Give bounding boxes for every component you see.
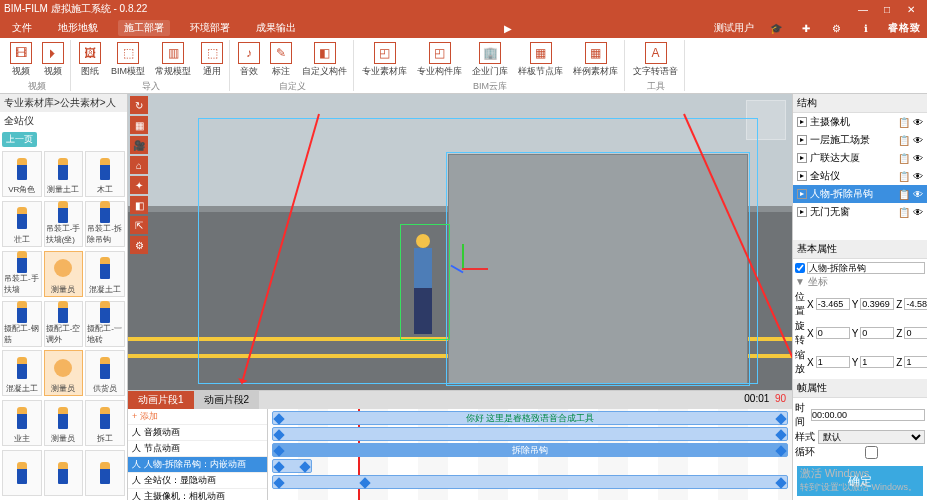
asset-item[interactable]: 测量员 bbox=[44, 350, 84, 396]
rot-y[interactable] bbox=[860, 327, 894, 339]
asset-item[interactable]: 吊装工-手扶墙(坐) bbox=[44, 201, 84, 247]
ribbon-企业门库[interactable]: 🏢企业门库 bbox=[470, 40, 510, 80]
asset-item[interactable]: 供货员 bbox=[85, 350, 125, 396]
hierarchy-node[interactable]: ▸一层施工场景📋 👁 bbox=[793, 131, 927, 149]
right-panel: 结构 ▸主摄像机📋 👁▸一层施工场景📋 👁▸广联达大厦📋 👁▸全站仪📋 👁▸人物… bbox=[792, 94, 927, 500]
timeline-row[interactable]: 人音频动画 bbox=[128, 425, 267, 441]
hierarchy-node[interactable]: ▸无门无窗📋 👁 bbox=[793, 203, 927, 221]
asset-item[interactable]: 吊装工-手扶墙 bbox=[2, 251, 42, 297]
asset-item[interactable]: 测量员 bbox=[44, 400, 84, 446]
timeline-row[interactable]: 人人物-拆除吊钩：内嵌动画 bbox=[128, 457, 267, 473]
menu-file[interactable]: 文件 bbox=[6, 20, 38, 36]
asset-item[interactable]: 混凝土工 bbox=[2, 350, 42, 396]
hierarchy-node[interactable]: ▸主摄像机📋 👁 bbox=[793, 113, 927, 131]
coord-reset[interactable]: ▼ 坐标 bbox=[795, 275, 925, 289]
confirm-button[interactable]: 确定 bbox=[797, 466, 923, 496]
viewport-tool[interactable]: ✦ bbox=[130, 176, 148, 194]
menu-output[interactable]: 成果输出 bbox=[250, 20, 302, 36]
viewport[interactable] bbox=[128, 94, 792, 390]
ribbon-专业素材库[interactable]: ◰专业素材库 bbox=[360, 40, 409, 80]
graduate-icon[interactable]: 🎓 bbox=[768, 21, 784, 35]
ribbon-通用[interactable]: ⬚通用 bbox=[199, 40, 225, 80]
timeline-row[interactable]: 人全站仪：显隐动画 bbox=[128, 473, 267, 489]
ribbon-常规模型[interactable]: ▥常规模型 bbox=[153, 40, 193, 80]
menu-environment[interactable]: 环境部署 bbox=[184, 20, 236, 36]
viewport-tool[interactable]: ⌂ bbox=[130, 156, 148, 174]
menu-terrain[interactable]: 地形地貌 bbox=[52, 20, 104, 36]
asset-grid: VR角色测量土工木工壮工吊装工-手扶墙(坐)吊装工-拆除吊钩吊装工-手扶墙测量员… bbox=[0, 149, 127, 500]
hierarchy-node[interactable]: ▸人物-拆除吊钩📋 👁 bbox=[793, 185, 927, 203]
plus-icon[interactable]: ✚ bbox=[798, 21, 814, 35]
menu-bar: 文件 地形地貌 施工部署 环境部署 成果输出 ▶ 测试用户 🎓 ✚ ⚙ ℹ 睿格… bbox=[0, 18, 927, 38]
ribbon-视频[interactable]: 🎞视频 bbox=[8, 40, 34, 80]
asset-item[interactable]: 测量员 bbox=[44, 251, 84, 297]
asset-item[interactable] bbox=[85, 450, 125, 496]
settings-icon[interactable]: ⚙ bbox=[828, 21, 844, 35]
asset-item[interactable]: 业主 bbox=[2, 400, 42, 446]
pos-y[interactable] bbox=[860, 298, 894, 310]
info-icon[interactable]: ℹ bbox=[858, 21, 874, 35]
asset-item[interactable]: 吊装工-拆除吊钩 bbox=[85, 201, 125, 247]
timeline-add[interactable]: + 添加 bbox=[132, 410, 158, 423]
frameprops-title: 帧属性 bbox=[793, 379, 927, 398]
asset-item[interactable]: 摄配工-钢筋 bbox=[2, 301, 42, 347]
viewport-tool[interactable]: ↻ bbox=[130, 96, 148, 114]
timeline-row[interactable]: 人主摄像机：相机动画 bbox=[128, 489, 267, 500]
user-label[interactable]: 测试用户 bbox=[714, 21, 754, 35]
asset-item[interactable] bbox=[2, 450, 42, 496]
timeline-row[interactable]: 人节点动画 bbox=[128, 441, 267, 457]
ribbon-图纸[interactable]: 🖼图纸 bbox=[77, 40, 103, 80]
asset-item[interactable]: 木工 bbox=[85, 151, 125, 197]
viewport-tool[interactable]: ⇱ bbox=[130, 216, 148, 234]
timeline-tab-2[interactable]: 动画片段2 bbox=[194, 391, 260, 409]
ribbon-样板节点库[interactable]: ▦样板节点库 bbox=[516, 40, 565, 80]
ribbon-文字转语音[interactable]: A文字转语音 bbox=[631, 40, 680, 80]
viewport-tool[interactable]: ▦ bbox=[130, 116, 148, 134]
move-gizmo[interactable] bbox=[438, 244, 488, 294]
ribbon-自定义构件[interactable]: ◧自定义构件 bbox=[300, 40, 349, 80]
pos-z[interactable] bbox=[904, 298, 927, 310]
ribbon-BIM模型[interactable]: ⬚BIM模型 bbox=[109, 40, 147, 80]
viewport-tool[interactable]: 🎥 bbox=[130, 136, 148, 154]
frame-style[interactable]: 默认 bbox=[818, 430, 925, 444]
asset-item[interactable]: 摄配工-空调外 bbox=[44, 301, 84, 347]
asset-item[interactable] bbox=[44, 450, 84, 496]
assets-back[interactable]: 上一页 bbox=[2, 132, 37, 147]
asset-item[interactable]: VR角色 bbox=[2, 151, 42, 197]
assets-filter[interactable]: 全站仪 bbox=[0, 112, 127, 130]
ribbon-专业构件库[interactable]: ◰专业构件库 bbox=[415, 40, 464, 80]
asset-item[interactable]: 测量土工 bbox=[44, 151, 84, 197]
frame-loop[interactable] bbox=[818, 446, 925, 459]
asset-item[interactable]: 拆工 bbox=[85, 400, 125, 446]
frame-time[interactable] bbox=[811, 409, 925, 421]
rot-z[interactable] bbox=[904, 327, 927, 339]
play-button[interactable]: ▶ bbox=[497, 21, 519, 35]
rot-x[interactable] bbox=[816, 327, 850, 339]
viewport-tool[interactable]: ⚙ bbox=[130, 236, 148, 254]
ribbon-视频[interactable]: ⏵视频 bbox=[40, 40, 66, 80]
asset-item[interactable]: 混凝土工 bbox=[85, 251, 125, 297]
hierarchy-node[interactable]: ▸广联达大厦📋 👁 bbox=[793, 149, 927, 167]
scl-y[interactable] bbox=[860, 356, 894, 368]
pos-x[interactable] bbox=[816, 298, 850, 310]
min-button[interactable]: — bbox=[851, 4, 875, 15]
name-field[interactable] bbox=[807, 262, 925, 274]
ribbon-标注[interactable]: ✎标注 bbox=[268, 40, 294, 80]
scl-x[interactable] bbox=[816, 356, 850, 368]
scl-z[interactable] bbox=[904, 356, 927, 368]
max-button[interactable]: □ bbox=[875, 4, 899, 15]
menu-construct[interactable]: 施工部署 bbox=[118, 20, 170, 36]
assets-breadcrumb[interactable]: 专业素材库>公共素材>人 bbox=[0, 94, 127, 112]
ribbon-样例素材库[interactable]: ▦样例素材库 bbox=[571, 40, 620, 80]
viewport-tool[interactable]: ◧ bbox=[130, 196, 148, 214]
close-button[interactable]: ✕ bbox=[899, 4, 923, 15]
hierarchy-node[interactable]: ▸全站仪📋 👁 bbox=[793, 167, 927, 185]
timeline-tab-1[interactable]: 动画片段1 bbox=[128, 391, 194, 409]
ribbon-音效[interactable]: ♪音效 bbox=[236, 40, 262, 80]
timeline-tabs: 动画片段1 动画片段2 00:01 90 bbox=[128, 391, 792, 409]
name-visible-checkbox[interactable] bbox=[795, 263, 805, 273]
window-title: BIM-FILM 虚拟施工系统 - 0.8.22 bbox=[4, 2, 851, 16]
asset-item[interactable]: 壮工 bbox=[2, 201, 42, 247]
timeline-tracks[interactable]: 你好 这里是睿格致语音合成工具 拆除吊钩 bbox=[268, 409, 792, 500]
asset-item[interactable]: 摄配工-一地砖 bbox=[85, 301, 125, 347]
